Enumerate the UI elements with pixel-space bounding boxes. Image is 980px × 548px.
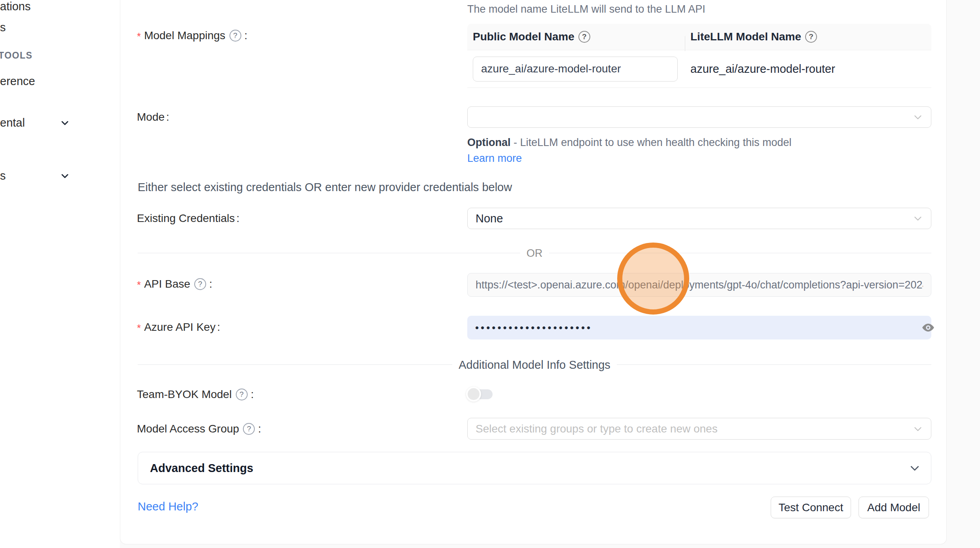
table-header-row: Public Model Name ? LiteLLM Model Name ? [467, 24, 931, 50]
existing-credentials-label: Existing Credentials : [137, 210, 239, 226]
model-access-group-label: Model Access Group ? : [137, 421, 261, 437]
add-model-form-card: The model name LiteLLM will send to the … [120, 0, 947, 544]
azure-api-key-input[interactable]: ••••••••••••••••••••• [467, 316, 931, 339]
model-mappings-table: Public Model Name ? LiteLLM Model Name ?… [467, 24, 931, 88]
azure-api-key-label: * Azure API Key : [137, 319, 220, 335]
help-icon[interactable]: ? [229, 30, 241, 42]
help-icon[interactable]: ? [578, 31, 590, 43]
add-model-button[interactable]: Add Model [859, 497, 929, 518]
eye-icon [921, 321, 935, 334]
sidebar: ations s TOOLS erence ental s [0, 0, 120, 548]
credentials-note: Either select existing credentials OR en… [138, 181, 512, 194]
help-icon[interactable]: ? [805, 31, 817, 43]
toggle-knob [466, 387, 481, 402]
chevron-down-icon[interactable] [59, 171, 70, 182]
table-row: azure_ai/azure-model-router [467, 50, 931, 88]
model-name-hint: The model name LiteLLM will send to the … [467, 3, 705, 15]
sidebar-section-tools: TOOLS [0, 50, 32, 61]
help-icon[interactable]: ? [194, 278, 206, 290]
mode-select[interactable] [467, 106, 931, 128]
test-connect-button[interactable]: Test Connect [771, 497, 851, 518]
column-header-litellm-model-name: LiteLLM Model Name ? [685, 30, 931, 43]
help-icon[interactable]: ? [243, 423, 255, 435]
model-access-group-select[interactable]: Select existing groups or type to create… [467, 418, 931, 440]
chevron-down-icon [909, 462, 921, 474]
column-header-public-model-name: Public Model Name ? [467, 30, 685, 43]
help-icon[interactable]: ? [236, 389, 248, 400]
chevron-down-icon[interactable] [59, 118, 70, 129]
existing-credentials-select[interactable]: None [467, 208, 931, 229]
litellm-model-name-cell: azure_ai/azure-model-router [685, 63, 931, 76]
toggle-password-visibility-button[interactable] [919, 316, 937, 339]
public-model-name-input[interactable] [473, 57, 678, 82]
or-divider: OR [138, 253, 931, 253]
sidebar-item-clipped-2[interactable]: s [0, 21, 6, 34]
api-base-label: * API Base ? : [137, 276, 212, 292]
sidebar-item-clipped-3[interactable]: erence [0, 75, 35, 88]
chevron-down-icon [913, 112, 923, 122]
chevron-down-icon [913, 424, 923, 434]
public-model-name-cell [467, 57, 685, 82]
sidebar-item-clipped-5[interactable]: s [0, 169, 6, 182]
mode-label: Mode : [137, 109, 169, 125]
mode-help-text: Optional - LiteLLM endpoint to use when … [467, 135, 802, 166]
team-byok-label: Team-BYOK Model ? : [137, 387, 254, 402]
additional-info-divider: Additional Model Info Settings [138, 364, 931, 365]
required-asterisk: * [137, 30, 141, 43]
api-base-input[interactable] [467, 273, 931, 297]
sidebar-item-clipped-1[interactable]: ations [0, 0, 30, 13]
model-mappings-label: * Model Mappings ? : [137, 28, 247, 44]
team-byok-toggle[interactable] [467, 389, 493, 399]
sidebar-item-clipped-4[interactable]: ental [0, 116, 25, 129]
required-asterisk: * [137, 322, 141, 334]
learn-more-link[interactable]: Learn more [467, 152, 522, 164]
required-asterisk: * [137, 279, 141, 291]
advanced-settings-panel[interactable]: Advanced Settings [138, 452, 931, 484]
chevron-down-icon [913, 213, 923, 224]
need-help-link[interactable]: Need Help? [138, 500, 198, 513]
